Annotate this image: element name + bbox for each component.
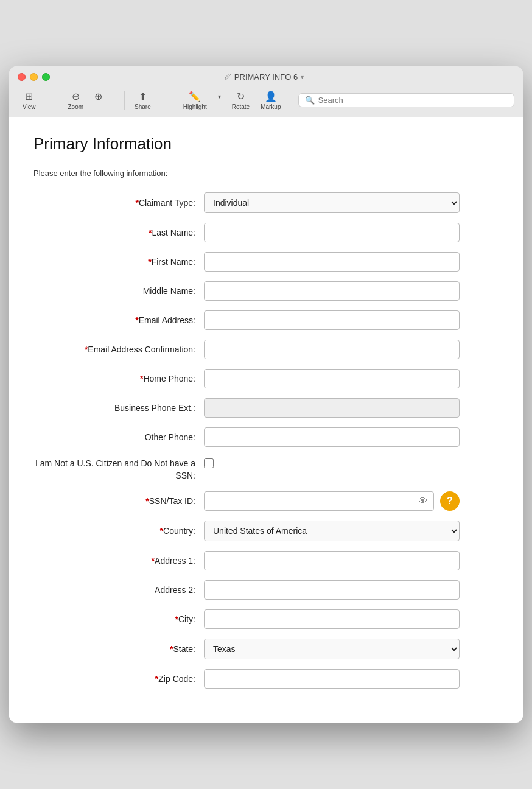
zoom-label: Zoom xyxy=(68,103,84,110)
email-confirm-label: *Email Address Confirmation: xyxy=(33,345,204,354)
ssn-eye-icon[interactable]: 👁 xyxy=(418,496,428,507)
address2-row: Address 2: xyxy=(33,580,499,600)
home-phone-input[interactable] xyxy=(204,369,460,388)
email-confirm-input[interactable] xyxy=(204,340,460,359)
chevron-icon: ▾ xyxy=(218,93,221,100)
search-icon: 🔍 xyxy=(305,96,315,105)
markup-label: Markup xyxy=(261,103,281,110)
citizen-control xyxy=(204,457,460,471)
first-name-control xyxy=(204,252,460,272)
view-label: View xyxy=(23,103,36,110)
zip-control xyxy=(204,669,460,689)
highlight-label: Highlight xyxy=(183,103,207,110)
rotate-icon: ↻ xyxy=(237,91,245,102)
page-title: Primary Information xyxy=(33,135,499,153)
home-phone-control xyxy=(204,369,460,388)
other-phone-row: Other Phone: xyxy=(33,427,499,447)
claimant-type-select[interactable]: Individual Business Organization xyxy=(204,192,460,213)
view-icon: ⊞ xyxy=(25,91,33,102)
address2-label: Address 2: xyxy=(33,585,204,595)
state-label: *State: xyxy=(33,644,204,654)
state-row: *State: AlabamaAlaskaArizonaArkansas Cal… xyxy=(33,639,499,659)
toolbar-divider-2 xyxy=(124,91,125,110)
ssn-label: *SSN/Tax ID: xyxy=(33,496,204,506)
search-bar[interactable]: 🔍 xyxy=(298,93,515,107)
country-select[interactable]: United States of America Canada Mexico U… xyxy=(204,521,460,541)
ssn-input[interactable] xyxy=(204,491,434,511)
zoom-in-button[interactable]: ⊕ xyxy=(89,89,107,112)
other-phone-label: Other Phone: xyxy=(33,432,204,442)
city-row: *City: xyxy=(33,609,499,629)
state-control: AlabamaAlaskaArizonaArkansas CaliforniaC… xyxy=(204,639,460,659)
email-confirm-row: *Email Address Confirmation: xyxy=(33,340,499,359)
highlight-button[interactable]: ✏️ Highlight xyxy=(178,89,212,112)
home-phone-row: *Home Phone: xyxy=(33,369,499,388)
middle-name-input[interactable] xyxy=(204,281,460,301)
middle-name-row: Middle Name: xyxy=(33,281,499,301)
email-input[interactable] xyxy=(204,310,460,330)
city-input[interactable] xyxy=(204,609,460,629)
rotate-button[interactable]: ↻ Rotate xyxy=(227,89,254,112)
first-name-input[interactable] xyxy=(204,252,460,272)
citizen-row: I am Not a U.S. Citizen and Do Not have … xyxy=(33,457,499,482)
search-input[interactable] xyxy=(318,96,508,105)
zoom-out-button[interactable]: ⊖ Zoom xyxy=(63,89,89,112)
city-label: *City: xyxy=(33,614,204,624)
share-label: Share xyxy=(135,103,151,110)
country-row: *Country: United States of America Canad… xyxy=(33,521,499,541)
address1-input[interactable] xyxy=(204,551,460,570)
address1-label: *Address 1: xyxy=(33,556,204,566)
country-control: United States of America Canada Mexico U… xyxy=(204,521,460,541)
view-button[interactable]: ⊞ View xyxy=(18,89,41,112)
chevron-down-icon[interactable]: ▾ xyxy=(301,74,304,80)
country-label: *Country: xyxy=(33,526,204,536)
share-icon: ⬆ xyxy=(139,91,147,102)
state-select[interactable]: AlabamaAlaskaArizonaArkansas CaliforniaC… xyxy=(204,639,460,659)
address2-input[interactable] xyxy=(204,580,460,600)
maximize-button[interactable] xyxy=(42,73,50,81)
toolbar-divider-1 xyxy=(58,91,58,110)
last-name-row: *Last Name: xyxy=(33,223,499,242)
share-button[interactable]: ⬆ Share xyxy=(130,89,156,112)
last-name-input[interactable] xyxy=(204,223,460,242)
citizen-checkbox[interactable] xyxy=(204,458,214,468)
zip-label: *Zip Code: xyxy=(33,674,204,684)
main-window: 🖊 PRIMARY INFO 6 ▾ ⊞ View ⊖ Zoom ⊕ xyxy=(9,66,523,723)
address1-control xyxy=(204,551,460,570)
traffic-lights xyxy=(18,73,50,81)
highlight-dropdown[interactable]: ▾ xyxy=(213,91,226,110)
first-name-label: *First Name: xyxy=(33,257,204,267)
markup-button[interactable]: 👤 Markup xyxy=(256,89,285,112)
close-button[interactable] xyxy=(18,73,26,81)
zoom-in-icon: ⊕ xyxy=(94,91,102,102)
claimant-type-control: Individual Business Organization xyxy=(204,192,460,213)
ssn-help-button[interactable]: ? xyxy=(440,491,460,511)
window-title: 🖊 PRIMARY INFO 6 ▾ xyxy=(224,72,304,82)
zip-input[interactable] xyxy=(204,669,460,689)
zoom-in-spacer xyxy=(97,103,99,110)
business-phone-label: Business Phone Ext.: xyxy=(33,403,204,413)
other-phone-input[interactable] xyxy=(204,427,460,447)
business-phone-input[interactable] xyxy=(204,398,460,418)
email-control xyxy=(204,310,460,330)
address1-row: *Address 1: xyxy=(33,551,499,570)
ssn-row: *SSN/Tax ID: 👁 ? xyxy=(33,491,499,511)
other-phone-control xyxy=(204,427,460,447)
window-title-text: PRIMARY INFO 6 xyxy=(234,72,298,82)
zoom-out-icon: ⊖ xyxy=(72,91,80,102)
ssn-control: 👁 ? xyxy=(204,491,460,511)
minimize-button[interactable] xyxy=(30,73,38,81)
document-icon: 🖊 xyxy=(224,72,231,81)
citizen-label: I am Not a U.S. Citizen and Do Not have … xyxy=(33,457,204,482)
highlight-icon: ✏️ xyxy=(189,91,201,102)
page-divider xyxy=(33,160,499,160)
address2-control xyxy=(204,580,460,600)
email-label: *Email Address: xyxy=(33,315,204,325)
toolbar-divider-3 xyxy=(173,91,173,110)
claimant-type-label: *Claimant Type: xyxy=(33,198,204,208)
titlebar: 🖊 PRIMARY INFO 6 ▾ ⊞ View ⊖ Zoom ⊕ xyxy=(9,66,523,117)
claimant-type-row: *Claimant Type: Individual Business Orga… xyxy=(33,192,499,213)
last-name-label: *Last Name: xyxy=(33,228,204,237)
rotate-label: Rotate xyxy=(232,103,250,110)
page-subtitle: Please enter the following information: xyxy=(33,169,499,178)
